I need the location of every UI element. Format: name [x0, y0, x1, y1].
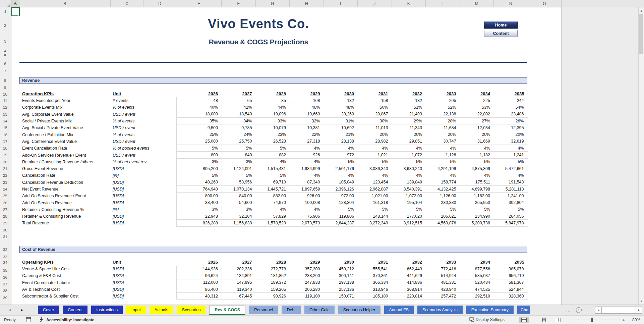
row-header-36[interactable]: 36	[0, 275, 10, 280]
sheet-tab-content[interactable]: Content	[63, 306, 87, 314]
row-header-34[interactable]: 34	[0, 260, 10, 265]
value-cell[interactable]: 1,897,659	[290, 186, 324, 193]
value-cell[interactable]: 86,400	[176, 286, 222, 293]
vertical-scrollbar[interactable]: ▲ ▼	[638, 7, 644, 305]
unit-cell[interactable]: % of net event rev	[112, 159, 176, 165]
value-cell[interactable]: 30%	[358, 118, 392, 124]
row-header-10[interactable]: 10	[0, 92, 10, 97]
column-header-K[interactable]: K	[392, 0, 426, 7]
unit-cell[interactable]: USD / event	[112, 152, 176, 158]
value-cell[interactable]: 481,331	[426, 279, 460, 286]
value-cell[interactable]: 144,936	[176, 266, 222, 272]
unit-cell[interactable]: [USD]	[112, 220, 176, 226]
year-header-2026[interactable]: 2026	[176, 90, 222, 97]
value-cell[interactable]: 20%	[392, 131, 426, 138]
column-header-E[interactable]: E	[176, 0, 222, 7]
row-header-30[interactable]: 30	[0, 227, 10, 233]
column-header-N[interactable]: N	[494, 0, 528, 7]
status-accessibility-label[interactable]: Accessibility: Investigate	[46, 318, 94, 322]
revenue-section-header[interactable]: Revenue	[19, 77, 527, 84]
page-break-view-button[interactable]	[553, 317, 563, 323]
value-cell[interactable]: 51%	[392, 104, 426, 111]
value-cell[interactable]: 191,543	[494, 179, 528, 186]
year-header-2029[interactable]: 2029	[290, 90, 324, 97]
value-cell[interactable]: 520,484	[460, 279, 494, 286]
value-cell[interactable]: 20%	[460, 131, 494, 138]
zoom-slider-track[interactable]	[575, 320, 621, 320]
value-cell[interactable]: 24%	[222, 131, 256, 138]
value-cell[interactable]: 3,086,340	[358, 165, 392, 172]
value-cell[interactable]: 220,814	[392, 293, 426, 300]
value-cell[interactable]: 53,956	[222, 179, 256, 186]
kpi-label-cell[interactable]: Gross Event Revenue	[19, 165, 112, 172]
value-cell[interactable]: 48%	[324, 104, 358, 111]
value-cell[interactable]: 25,000	[176, 138, 222, 145]
value-cell[interactable]: 5,472,661	[494, 165, 528, 172]
value-cell[interactable]: 189,372	[256, 279, 290, 286]
value-cell[interactable]: 257,136	[324, 286, 358, 293]
value-cell[interactable]: 514,944	[426, 272, 460, 279]
unit-cell[interactable]: [USD]	[112, 213, 176, 220]
year-header-2034[interactable]: 2034	[460, 90, 494, 97]
value-cell[interactable]: 65	[222, 97, 256, 104]
value-cell[interactable]: 22,802	[460, 111, 494, 118]
value-cell[interactable]: 26,523	[256, 138, 290, 145]
value-cell[interactable]: 23%	[256, 131, 290, 138]
value-cell[interactable]: 3,912,515	[392, 220, 426, 226]
value-cell[interactable]: 450,212	[324, 266, 358, 272]
kpi-label-cell[interactable]: Subcontractor & Supplier Cost	[19, 293, 112, 300]
unit-cell[interactable]: [USD]	[112, 293, 176, 300]
row-header-33[interactable]: 33	[0, 254, 10, 260]
value-cell[interactable]: 230,830	[426, 199, 460, 206]
value-cell[interactable]: 53%	[460, 104, 494, 111]
value-cell[interactable]: 300,141	[324, 272, 358, 279]
value-cell[interactable]: 28%	[426, 118, 460, 124]
value-cell[interactable]: 10,381	[290, 124, 324, 131]
value-cell[interactable]: 840.00	[222, 193, 256, 199]
value-cell[interactable]: 5%	[494, 206, 528, 213]
scroll-up-icon[interactable]: ▲	[639, 8, 644, 13]
zoom-slider-thumb[interactable]	[591, 318, 593, 322]
value-cell[interactable]: 4%	[290, 145, 324, 152]
macro-record-icon[interactable]	[26, 317, 31, 322]
value-cell[interactable]: 90,926	[256, 293, 290, 300]
value-cell[interactable]: 366,334	[358, 279, 392, 286]
row-header-4[interactable]: 4	[0, 48, 10, 54]
value-cell[interactable]: 9,785	[222, 124, 256, 131]
row-header-28[interactable]: 28	[0, 214, 10, 219]
row-header-20[interactable]: 20	[0, 159, 10, 165]
value-cell[interactable]: 85	[256, 97, 290, 104]
value-cell[interactable]: 441,629	[392, 272, 426, 279]
column-header-F[interactable]: F	[222, 0, 256, 7]
value-cell[interactable]: 926.00	[290, 193, 324, 199]
value-cell[interactable]: 147,995	[222, 279, 256, 286]
year-header-2035[interactable]: 2035	[494, 90, 528, 97]
cogs-section-header[interactable]: Cost of Revenue	[19, 246, 527, 253]
value-cell[interactable]: 4%	[290, 172, 324, 179]
kpi-label-cell[interactable]: Corporate Events Mix	[19, 104, 112, 111]
value-cell[interactable]: 877,556	[460, 266, 494, 272]
value-cell[interactable]: 292,519	[460, 293, 494, 300]
kpi-label-cell[interactable]: Event Coordinator Labour	[19, 279, 112, 286]
value-cell[interactable]: 238,200	[290, 272, 324, 279]
value-cell[interactable]: 38,400	[176, 199, 222, 206]
row-header-22[interactable]: 22	[0, 173, 10, 178]
value-cell[interactable]: 50%	[358, 104, 392, 111]
value-cell[interactable]: 244	[494, 97, 528, 104]
value-cell[interactable]: 11,013	[358, 124, 392, 131]
unit-cell[interactable]: % of booked events	[112, 145, 176, 152]
value-cell[interactable]: 800.00	[176, 193, 222, 199]
kpi-label-cell[interactable]: AV & Technical Cost	[19, 286, 112, 293]
value-cell[interactable]: 22,138	[426, 111, 460, 118]
row-header-39[interactable]: 39	[0, 295, 10, 301]
value-cell[interactable]: 54,600	[222, 199, 256, 206]
value-cell[interactable]: 5%	[460, 159, 494, 165]
kpi-label-cell[interactable]: Avg. Social / Private Event Value	[19, 124, 112, 131]
value-cell[interactable]: 370,361	[358, 272, 392, 279]
sheet-tab-cover[interactable]: Cover	[38, 306, 59, 314]
kpi-label-cell[interactable]: Add-On Services Revenue	[19, 199, 112, 206]
value-cell[interactable]: 19,096	[256, 111, 290, 118]
value-cell[interactable]: 805,200	[176, 165, 222, 172]
value-cell[interactable]: 31,669	[460, 138, 494, 145]
value-cell[interactable]: 4%	[358, 172, 392, 179]
